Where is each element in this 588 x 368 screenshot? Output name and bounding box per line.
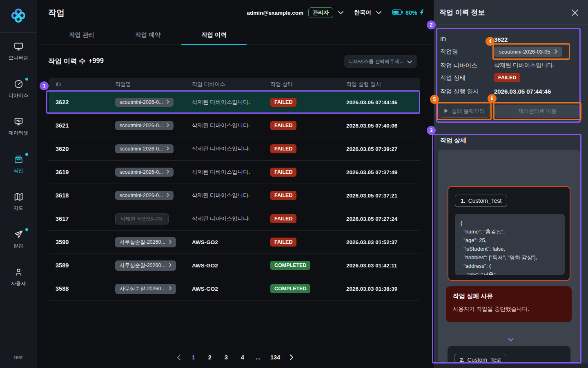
job-id: 3617 <box>56 215 115 222</box>
job-name-label: scoutmini-2026-03-05 <box>499 49 550 55</box>
map-icon <box>13 191 24 202</box>
job-name-pill[interactable]: 사무실순찰-20260... <box>115 237 176 247</box>
status-badge: COMPLETED <box>270 261 310 270</box>
sidebar: 모니터링디바이스데이터셋작업지도알림사용자 test <box>0 0 37 368</box>
language-chevron-down-icon[interactable] <box>376 11 381 14</box>
field-status: 작업 상태 FAILED <box>440 72 582 83</box>
job-id: 3620 <box>56 146 115 152</box>
sidebar-item-devices[interactable]: 디바이스 <box>9 79 28 99</box>
job-name-pill[interactable]: 사무실순찰-20260... <box>115 284 176 294</box>
job-id: 3618 <box>56 192 115 199</box>
history-count-label: 작업 이력 수 <box>48 57 86 66</box>
tab-작업 이력[interactable]: 작업 이력 <box>181 25 247 45</box>
job-name-label: scoutmini-2026-0... <box>120 123 163 128</box>
json-line: "age": 25, <box>461 236 559 245</box>
job-name-pill[interactable]: scoutmini-2026-0... <box>115 168 174 177</box>
history-count-value: +999 <box>89 57 104 66</box>
table-row[interactable]: 3618scoutmini-2026-0...삭제된 디바이스입니다.FAILE… <box>49 184 420 207</box>
json-line: "hobbies": ["독서", "영화 감상"], <box>461 253 559 262</box>
device-name: 삭제된 디바이스입니다. <box>192 99 270 106</box>
user-email: admin@example.com <box>247 10 303 16</box>
table-row[interactable]: 3617삭제된 작업입니다.삭제된 디바이스입니다.FAILED2026.03.… <box>49 207 420 231</box>
charging-bolt-icon <box>420 9 424 16</box>
tab-작업 예약[interactable]: 작업 예약 <box>115 25 181 45</box>
job-detail-heading: 작업 상세 <box>440 137 466 144</box>
job-name-label: 사무실순찰-20260... <box>120 239 165 246</box>
job-name-pill[interactable]: scoutmini-2026-0... <box>115 98 174 107</box>
account-menu-chevron-down-icon[interactable] <box>338 11 343 14</box>
table-row[interactable]: 3590사무실순찰-20260...AWS-GO2FAILED2026.03.0… <box>49 231 420 254</box>
job-name-cell: 삭제된 작업입니다. <box>115 213 192 224</box>
status-badge: FAILED <box>270 214 296 223</box>
sidebar-item-datasets[interactable]: 데이터셋 <box>9 116 28 137</box>
sidebar-item-tasks[interactable]: 작업 <box>13 154 24 174</box>
table-row[interactable]: 3619scoutmini-2026-0...삭제된 디바이스입니다.FAILE… <box>49 161 420 184</box>
job-name-cell: 사무실순찰-20260... <box>115 284 192 294</box>
job-detail-scroll-area[interactable]: 1. Custom_Test { "name": "홍길동", "age": 2… <box>438 150 580 362</box>
status-badge: FAILED <box>270 238 296 247</box>
job-id: 3588 <box>56 285 115 292</box>
job-name-label: scoutmini-2026-0... <box>120 146 163 152</box>
job-name-pill[interactable]: scoutmini-2026-0... <box>115 191 174 200</box>
execution-date: 2026.03.05 07:39:27 <box>346 146 420 152</box>
device-name: AWS-GO2 <box>192 263 270 269</box>
next-page-button[interactable] <box>290 355 294 360</box>
sidebar-item-alerts[interactable]: 알림 <box>13 229 24 249</box>
prev-page-button[interactable] <box>177 355 180 360</box>
send-icon <box>13 229 24 240</box>
block-1-chip[interactable]: 1. Custom_Test <box>455 195 507 207</box>
field-value-date: 2026.03.05 07:44:46 <box>494 88 551 95</box>
status-cell: FAILED <box>270 168 346 177</box>
notification-dot <box>25 153 28 156</box>
go-to-control-center-button[interactable]: 제어센터로 이동 <box>495 105 580 118</box>
job-name-label: 사무실순찰-20260... <box>120 262 165 269</box>
job-name-cell: scoutmini-2026-0... <box>115 191 192 200</box>
job-name-label: scoutmini-2026-0... <box>120 99 163 105</box>
chevron-right-icon <box>167 99 169 105</box>
column-header: 작업 디바이스 <box>192 81 270 88</box>
block-2-index: 2. <box>460 357 465 362</box>
replay-from-failed-block-button[interactable]: 실패 블럭부터 <box>439 105 490 118</box>
table-row[interactable]: 3588사무실순찰-20260...AWS-GO2COMPLETED2026.0… <box>49 277 420 301</box>
sidebar-item-label: 알림 <box>13 242 23 249</box>
table-row[interactable]: 3622scoutmini-2026-0...삭제된 디바이스입니다.FAILE… <box>49 91 420 114</box>
sidebar-item-monitoring[interactable]: 모니터링 <box>9 41 28 61</box>
job-name-pill[interactable]: scoutmini-2026-0... <box>115 121 174 130</box>
table-header: ID작업명작업 디바이스작업 상태작업 실행 일시 <box>49 78 420 91</box>
page-134[interactable]: 134 <box>270 354 280 361</box>
device-select[interactable]: 디바이스를 선택해주세... <box>344 55 417 68</box>
sidebar-item-map[interactable]: 지도 <box>13 191 24 212</box>
chevron-right-icon <box>169 239 172 245</box>
chevron-right-icon <box>167 193 169 198</box>
table-row[interactable]: 3620scoutmini-2026-0...삭제된 디바이스입니다.FAILE… <box>49 137 420 161</box>
page-4[interactable]: 4 <box>239 354 246 361</box>
close-icon[interactable] <box>570 8 580 18</box>
sidebar-item-users[interactable]: 사용자 <box>11 267 26 287</box>
replay-button-label: 실패 블럭부터 <box>452 108 485 115</box>
status-cell: FAILED <box>270 191 346 200</box>
control-center-button-label: 제어센터로 이동 <box>518 108 557 115</box>
job-history-table: ID작업명작업 디바이스작업 상태작업 실행 일시 3622scoutmini-… <box>49 78 420 301</box>
app-logo[interactable] <box>0 0 37 33</box>
block-2-chip[interactable]: 2. Custom_Test <box>454 354 506 362</box>
page-1[interactable]: 1 <box>190 354 197 361</box>
table-row[interactable]: 3589사무실순찰-20260...AWS-GO2COMPLETED2026.0… <box>49 254 420 277</box>
job-name-pill[interactable]: 사무실순찰-20260... <box>115 260 176 271</box>
sidebar-item-label: 지도 <box>13 205 23 212</box>
field-device: 작업 디바이스 삭제된 디바이스입니다. <box>440 61 582 70</box>
page-2[interactable]: 2 <box>207 354 213 361</box>
sidebar-item-label: 사용자 <box>11 280 26 287</box>
user-icon <box>13 267 24 277</box>
panel-divider <box>434 25 588 25</box>
job-name-pill[interactable]: scoutmini-2026-03-05 <box>494 47 562 57</box>
failure-reason-title: 작업 실패 사유 <box>453 292 565 300</box>
block-1-name: Custom_Test <box>468 197 502 204</box>
table-row[interactable]: 3621scoutmini-2026-0...삭제된 디바이스입니다.FAILE… <box>49 114 420 137</box>
language-select[interactable]: 한국어 <box>354 9 371 16</box>
execution-date: 2026.03.03 01:42:11 <box>346 263 420 269</box>
job-name-pill[interactable]: scoutmini-2026-0... <box>115 144 174 153</box>
sidebar-nav: 모니터링디바이스데이터셋작업지도알림사용자 <box>0 33 37 287</box>
job-name-cell: scoutmini-2026-0... <box>115 144 192 153</box>
page-3[interactable]: 3 <box>223 354 229 361</box>
tab-작업 관리[interactable]: 작업 관리 <box>49 25 115 45</box>
